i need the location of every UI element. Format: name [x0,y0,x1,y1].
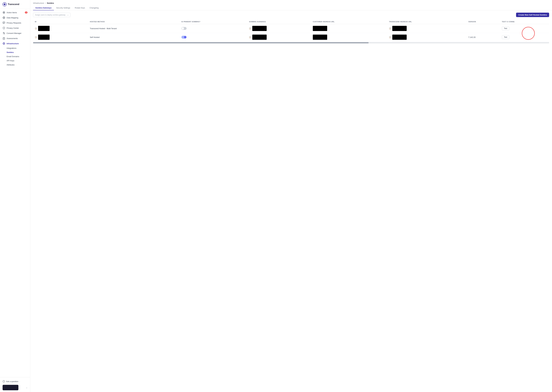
transcend-logo-icon [3,2,7,6]
toolbar: Assign users to deploy sombra gateway ⌄ … [33,13,549,17]
row2-customer-ingress-value [313,35,327,40]
sidebar-item-data-mapping[interactable]: Data Mapping [0,15,30,20]
tab-changelog[interactable]: Changelog [87,6,101,10]
sidebar-label-data-mapping: Data Mapping [7,17,18,19]
tab-sombra-gateways[interactable]: Sombra Gateways [33,6,54,10]
row2-version: 7.142.20 [467,33,500,42]
tab-security-settings[interactable]: Security Settings [54,6,73,10]
col-header-hosted-method: Hosted Method [88,19,180,24]
col-header-customer-ingress: Customer Ingress URL [311,19,387,24]
row2-id-value [38,35,50,40]
col-header-id: ID [33,19,88,24]
row2-is-primary [180,33,247,42]
breadcrumb-separator: > [45,2,46,4]
sidebar-item-consent-manager[interactable]: Consent Manager [0,31,30,36]
row2-id: 📋 [33,33,88,42]
svg-point-7 [3,12,4,13]
sombra-table: ID Hosted Method Is Primary Sombra? Somb… [33,19,549,42]
chat-icon [3,21,5,24]
logo-area: Transcend [0,0,30,9]
row1-sombra-audience: 📋 [247,24,311,33]
row1-version [467,24,500,33]
row1-audience-value [252,26,267,31]
row1-test-button[interactable]: Test [502,27,509,30]
dropdown-placeholder: Assign users to deploy sombra gateway [35,14,65,16]
question-icon: ? [3,380,5,383]
user-avatar [3,385,18,390]
sombra-table-wrapper: ID Hosted Method Is Primary Sombra? Somb… [33,19,549,43]
action-items-badge: 6 [25,12,28,14]
sliders-icon [3,32,5,35]
sidebar-item-infrastructure[interactable]: Infrastructure [0,41,30,46]
row2-test: Test [500,33,549,42]
col-header-sombra-audience: Sombra Audience [247,19,311,24]
sidebar-sub-item-attributes[interactable]: Attributes [0,63,30,67]
breadcrumb-parent[interactable]: Infrastructure [33,2,44,4]
chevron-down-icon[interactable]: ⌄ [26,386,28,389]
copy-icon-audience-2[interactable]: 📋 [249,36,251,38]
grid-icon [3,42,5,45]
row2-transcend-ingress-value [392,35,407,40]
sidebar: Transcend Action Items 6 Data Mapping [0,0,30,392]
row1-test: Test [500,24,549,33]
assign-users-dropdown[interactable]: Assign users to deploy sombra gateway ⌄ [33,13,70,17]
row2-primary-toggle[interactable] [182,36,187,39]
row1-id: 📋 [33,24,88,33]
svg-point-15 [3,32,4,33]
svg-rect-19 [3,37,4,38]
copy-icon-transcend-2[interactable]: 📋 [389,36,391,38]
table-row: 📋 Transcend Hosted - Multi Tenant [33,24,549,33]
row1-customer-ingress-value [313,26,327,31]
bell-icon [3,11,5,14]
globe-icon [3,16,5,19]
row1-transcend-ingress: 📋 [387,24,466,33]
ask-question-button[interactable]: ? Ask a question [3,379,28,384]
row1-is-primary [180,24,247,33]
tabs-bar: Sombra Gateways Security Settings Rotate… [30,4,552,10]
dropdown-chevron-icon: ⌄ [67,14,69,16]
col-header-version: Version [467,19,500,24]
sidebar-sub-item-sombra[interactable]: Sombra [0,50,30,54]
sidebar-item-privacy-center[interactable]: Privacy Center [0,25,30,31]
col-header-is-primary: Is Primary Sombra? [180,19,247,24]
sidebar-sub-item-integrations[interactable]: Integrations [0,46,30,50]
row1-customer-ingress [311,24,387,33]
svg-rect-11 [3,22,5,23]
copy-icon-id-2[interactable]: 📋 [35,36,37,38]
sidebar-label-infrastructure: Infrastructure [7,42,19,45]
scrollbar-thumb [33,42,369,43]
content-area: Assign users to deploy sombra gateway ⌄ … [30,10,552,392]
copy-icon-audience-1[interactable]: 📋 [249,28,251,29]
row2-audience-value [252,35,267,40]
col-header-transcend-ingress: Transcend Ingress URL [387,19,466,24]
row2-version-value: 7.142.20 [468,36,476,38]
horizontal-scrollbar[interactable] [33,42,549,43]
row2-transcend-ingress: 📋 [387,33,466,42]
sidebar-label-privacy-center: Privacy Center [7,27,19,29]
copy-icon-transcend-1[interactable]: 📋 [389,28,391,29]
sidebar-item-action-items[interactable]: Action Items 6 [0,10,30,15]
row1-hosted-method: Transcend Hosted - Multi Tenant [88,24,180,33]
sidebar-label-consent-manager: Consent Manager [7,32,22,34]
create-sombra-button[interactable]: Create New Self Hosted Sombra [516,13,549,17]
tab-rotate-keys[interactable]: Rotate Keys [73,6,87,10]
row2-test-button[interactable]: Test [502,35,509,39]
sidebar-sub-item-email-domains[interactable]: Email Domains [0,54,30,59]
row2-customer-ingress [311,33,387,42]
copy-icon[interactable]: 📋 [35,28,37,29]
svg-text:?: ? [3,381,4,382]
ask-question-label: Ask a question [6,380,18,383]
sidebar-label-action-items: Action Items [7,12,17,14]
row2-hosted-method: Self Hosted [88,33,180,42]
sidebar-item-privacy-requests[interactable]: Privacy Requests [0,20,30,25]
table-row: 📋 Self Hosted [33,33,549,42]
col-header-test-conn: Test G Conne [500,19,549,24]
row1-id-value [38,26,50,31]
row1-transcend-ingress-value [392,26,407,31]
sidebar-item-assessments[interactable]: Assessments [0,36,30,41]
row1-primary-toggle[interactable] [182,27,187,30]
user-profile[interactable]: ⌄ [3,385,28,390]
sidebar-sub-item-api-keys[interactable]: API Keys [0,59,30,63]
table-header-row: ID Hosted Method Is Primary Sombra? Somb… [33,19,549,24]
svg-point-1 [4,3,6,5]
